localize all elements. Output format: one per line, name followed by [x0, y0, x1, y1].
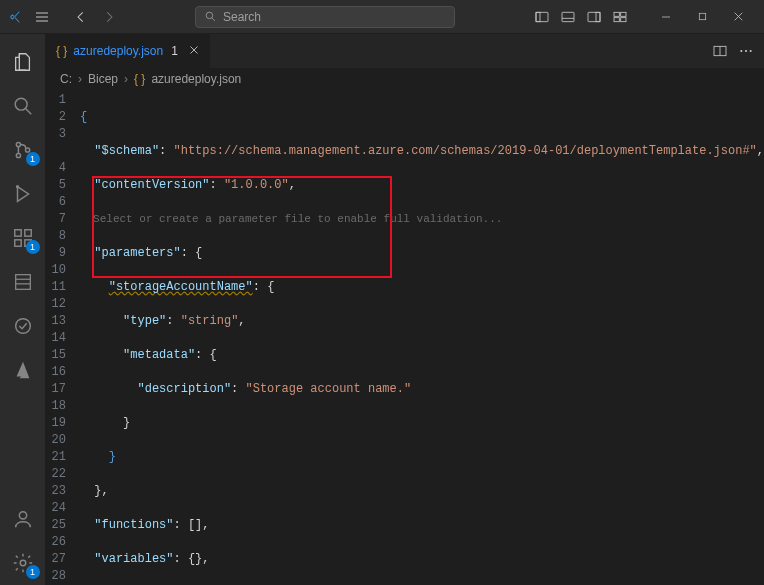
activity-bar: 1 1 1: [0, 34, 46, 585]
svg-point-15: [16, 153, 20, 157]
svg-rect-21: [24, 230, 30, 236]
tab-dirty-marker: 1: [171, 44, 178, 58]
activity-arm-toolkit-icon[interactable]: [0, 260, 46, 304]
activity-test-icon[interactable]: [0, 304, 46, 348]
svg-point-16: [25, 148, 29, 152]
search-icon: [204, 10, 217, 23]
chevron-right-icon: ›: [78, 72, 82, 86]
editor-split-icon[interactable]: [712, 43, 728, 59]
breadcrumb[interactable]: C: › Bicep › { } azuredeploy.json: [46, 68, 764, 90]
chevron-right-icon: ›: [124, 72, 128, 86]
scm-badge: 1: [26, 152, 40, 166]
layout-sidebar-left-icon[interactable]: [534, 9, 550, 25]
line-number-gutter: 1234567891011121314151617181920212223242…: [46, 90, 80, 585]
svg-rect-7: [614, 12, 619, 16]
tab-close-icon[interactable]: [188, 44, 200, 59]
svg-point-30: [740, 50, 742, 52]
svg-rect-2: [536, 12, 540, 21]
svg-point-27: [20, 560, 26, 566]
svg-rect-5: [588, 12, 600, 21]
svg-rect-12: [699, 13, 705, 19]
search-placeholder: Search: [223, 10, 261, 24]
activity-explorer-icon[interactable]: [0, 40, 46, 84]
nav-forward-icon[interactable]: [102, 10, 116, 24]
layout-panel-icon[interactable]: [560, 9, 576, 25]
activity-run-debug-icon[interactable]: [0, 172, 46, 216]
svg-point-25: [15, 319, 30, 334]
svg-rect-1: [536, 12, 548, 21]
svg-rect-3: [562, 12, 574, 21]
svg-point-0: [206, 12, 213, 19]
extensions-badge: 1: [26, 240, 40, 254]
activity-settings-icon[interactable]: 1: [0, 541, 46, 585]
editor-tabs: { } azuredeploy.json 1: [46, 34, 764, 68]
layout-sidebar-right-icon[interactable]: [586, 9, 602, 25]
title-bar: Search: [0, 0, 764, 34]
breadcrumb-seg: C:: [60, 72, 72, 86]
settings-badge: 1: [26, 565, 40, 579]
editor-tab-azuredeploy[interactable]: { } azuredeploy.json 1: [46, 34, 211, 68]
breadcrumb-seg: Bicep: [88, 72, 118, 86]
activity-azure-icon[interactable]: [0, 348, 46, 392]
svg-point-26: [19, 512, 26, 519]
json-file-icon: { }: [56, 44, 67, 58]
svg-point-13: [15, 98, 27, 110]
svg-rect-9: [614, 17, 619, 21]
svg-rect-6: [596, 12, 600, 21]
codelens-hint[interactable]: Select or create a parameter file to ena…: [93, 213, 502, 225]
svg-point-14: [16, 142, 20, 146]
svg-rect-22: [15, 275, 30, 290]
editor-more-icon[interactable]: [738, 43, 754, 59]
window-close-icon[interactable]: [720, 3, 756, 31]
vscode-logo-icon: [8, 9, 24, 25]
command-center-search[interactable]: Search: [195, 6, 455, 28]
activity-search-icon[interactable]: [0, 84, 46, 128]
code-editor[interactable]: 1234567891011121314151617181920212223242…: [46, 90, 764, 585]
tab-filename: azuredeploy.json: [73, 44, 163, 58]
nav-back-icon[interactable]: [74, 10, 88, 24]
window-maximize-icon[interactable]: [684, 3, 720, 31]
svg-rect-8: [621, 12, 626, 16]
editor-area: { } azuredeploy.json 1 C: › Bicep › { } …: [46, 34, 764, 585]
activity-accounts-icon[interactable]: [0, 497, 46, 541]
activity-extensions-icon[interactable]: 1: [0, 216, 46, 260]
svg-rect-19: [14, 240, 20, 246]
code-body[interactable]: { "$schema": "https://schema.management.…: [80, 90, 764, 585]
svg-point-32: [750, 50, 752, 52]
window-minimize-icon[interactable]: [648, 3, 684, 31]
menu-icon[interactable]: [34, 9, 50, 25]
breadcrumb-seg: azuredeploy.json: [151, 72, 241, 86]
svg-rect-10: [621, 17, 626, 21]
svg-rect-18: [14, 230, 20, 236]
customize-layout-icon[interactable]: [612, 9, 628, 25]
svg-point-31: [745, 50, 747, 52]
activity-scm-icon[interactable]: 1: [0, 128, 46, 172]
json-file-icon: { }: [134, 72, 145, 86]
